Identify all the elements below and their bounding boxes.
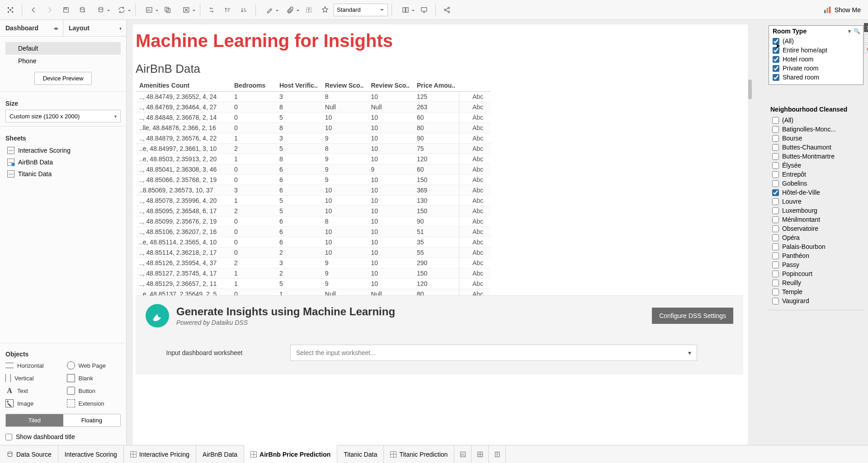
sort-desc-button[interactable] bbox=[236, 2, 252, 18]
table-row[interactable]: .., 48.84769, 2.36464, 4, 2708NullNull26… bbox=[136, 102, 491, 112]
data-dropdown[interactable] bbox=[91, 2, 111, 18]
save-button[interactable] bbox=[58, 2, 74, 18]
configure-dss-button[interactable]: Configure DSS Settings bbox=[652, 308, 733, 324]
neigh-option[interactable]: Louvre bbox=[772, 197, 860, 206]
obj-blank[interactable]: Blank bbox=[67, 374, 121, 382]
column-header[interactable]: Bedrooms bbox=[231, 80, 276, 92]
neigh-option[interactable]: Opéra bbox=[772, 233, 860, 242]
neigh-option[interactable]: Observatoire bbox=[772, 224, 860, 233]
table-row[interactable]: .., 48.84848, 2.36678, 2, 1405101060Abc bbox=[136, 112, 491, 123]
neigh-option[interactable]: Ménilmontant bbox=[772, 215, 860, 224]
neigh-option[interactable]: Reuilly bbox=[772, 278, 860, 287]
neighbourhood-filter[interactable]: Neighbourhood Cleansed (All)Batignolles-… bbox=[769, 106, 863, 310]
sheet-tab[interactable]: Interactive Scoring bbox=[58, 445, 124, 463]
new-data-button[interactable] bbox=[75, 2, 90, 18]
table-row[interactable]: .., 48.85099, 2.35676, 2, 190681090Abc bbox=[136, 216, 491, 227]
room-type-filter[interactable]: ✕ ▾📌 Room Type▾🔍 (All)Entire home/aptHot… bbox=[769, 25, 863, 85]
neigh-option[interactable]: Buttes-Montmartre bbox=[772, 152, 860, 161]
search-icon[interactable]: 🔍 bbox=[854, 28, 860, 34]
table-scrollbar[interactable] bbox=[748, 80, 752, 323]
neigh-option[interactable]: Popincourt bbox=[772, 269, 860, 278]
table-row[interactable]: .., 48.85129, 2.36657, 2, 1115910120Abc bbox=[136, 279, 491, 289]
column-header[interactable]: Amenities Count bbox=[136, 80, 231, 92]
forward-button[interactable] bbox=[42, 2, 57, 18]
room-option[interactable]: (All) bbox=[773, 37, 859, 46]
table-row[interactable]: .., 48.85114, 2.36218, 2, 1702101055Abc bbox=[136, 248, 491, 258]
table-row[interactable]: .., 48.85095, 2.36548, 6, 17251010150Abc bbox=[136, 206, 491, 216]
attach-dropdown[interactable] bbox=[280, 2, 300, 18]
sheet-titanic-data[interactable]: Titanic Data bbox=[5, 168, 121, 180]
show-me-button[interactable]: Show Me bbox=[819, 6, 865, 14]
obj-vertical[interactable]: Vertical bbox=[5, 374, 60, 382]
duplicate-sheet-button[interactable] bbox=[160, 2, 175, 18]
column-header[interactable]: Price Amou.. bbox=[413, 80, 459, 92]
table-row[interactable]: .., 48.84749, 2.36552, 4, 2413810125Abc bbox=[136, 92, 491, 102]
show-title-checkbox[interactable]: Show dashboard title bbox=[5, 431, 121, 442]
device-default[interactable]: Default bbox=[5, 42, 121, 55]
presentation-button[interactable] bbox=[416, 2, 432, 18]
filter-icon[interactable]: ▾ bbox=[848, 28, 851, 34]
room-option[interactable]: Shared room bbox=[773, 73, 859, 82]
share-button[interactable] bbox=[439, 2, 455, 18]
tiled-button[interactable]: Tiled bbox=[6, 414, 63, 426]
sort-asc-button[interactable] bbox=[220, 2, 236, 18]
refresh-dropdown[interactable] bbox=[112, 2, 132, 18]
sheet-tab[interactable]: Titanic Data bbox=[337, 445, 384, 463]
table-row[interactable]: .., 48.85041, 2.36308, 3, 46069960Abc bbox=[136, 164, 491, 175]
neigh-option[interactable]: Buttes-Chaumont bbox=[772, 143, 860, 152]
pin-icon[interactable]: 📌 bbox=[864, 44, 868, 53]
data-source-tab[interactable]: Data Source bbox=[0, 445, 58, 463]
clear-sheet-button[interactable] bbox=[176, 2, 196, 18]
sheet-airbnb-data[interactable]: AirBnB Data bbox=[5, 156, 121, 168]
table-row[interactable]: ..lle, 48.84876, 2.366, 2, 1608101080Abc bbox=[136, 123, 491, 133]
cards-dropdown[interactable] bbox=[396, 2, 415, 18]
device-preview-button[interactable]: Device Preview bbox=[34, 72, 92, 85]
neigh-option[interactable]: Luxembourg bbox=[772, 206, 860, 215]
obj-button[interactable]: Button bbox=[67, 387, 121, 395]
neigh-option[interactable]: Panthéon bbox=[772, 251, 860, 260]
device-phone[interactable]: Phone bbox=[5, 55, 121, 67]
tab-layout[interactable]: Layout♦ bbox=[63, 20, 126, 36]
table-row[interactable]: .., 48.85106, 2.36207, 2, 1606101051Abc bbox=[136, 227, 491, 237]
sheet-tab[interactable]: AirBnb Price Prediction bbox=[244, 445, 337, 463]
neigh-option[interactable]: Hôtel-de-Ville bbox=[772, 188, 860, 197]
sheet-tab[interactable]: AirBnB Data bbox=[196, 445, 244, 463]
neigh-option[interactable]: Passy bbox=[772, 260, 860, 269]
room-option[interactable]: Entire home/apt bbox=[773, 46, 859, 55]
room-option[interactable]: Hotel room bbox=[773, 55, 859, 64]
data-table[interactable]: Amenities CountBedroomsHost Verific..Rev… bbox=[136, 80, 491, 320]
obj-horizontal[interactable]: Horizontal bbox=[5, 361, 60, 369]
new-worksheet-icon[interactable] bbox=[454, 445, 472, 463]
fit-select[interactable]: Standard bbox=[334, 4, 388, 16]
table-row[interactable]: .., 48.84879, 2.36576, 4, 221391090Abc bbox=[136, 133, 491, 144]
table-row[interactable]: ..8.85069, 2.36573, 10, 37361010369Abc bbox=[136, 185, 491, 196]
obj-extension[interactable]: Extension bbox=[67, 399, 121, 407]
obj-text[interactable]: AText bbox=[5, 387, 60, 395]
logo-icon[interactable] bbox=[3, 2, 18, 18]
size-select[interactable]: Custom size (1200 x 2000) bbox=[5, 110, 121, 122]
pin-button[interactable] bbox=[317, 2, 333, 18]
tab-dashboard[interactable]: Dashboard◂▸ bbox=[0, 20, 63, 36]
new-worksheet-button[interactable] bbox=[139, 2, 159, 18]
filter-dropdown-icon[interactable]: ▾ bbox=[864, 34, 868, 43]
text-button[interactable] bbox=[301, 2, 316, 18]
new-story-icon[interactable] bbox=[489, 445, 506, 463]
neigh-option[interactable]: Bourse bbox=[772, 134, 860, 143]
neigh-option[interactable]: Entrepôt bbox=[772, 170, 860, 179]
neigh-option[interactable]: Vaugirard bbox=[772, 296, 860, 305]
table-row[interactable]: .., 48.85078, 2.35996, 4, 20151010130Abc bbox=[136, 196, 491, 206]
column-header[interactable]: Review Sco.. bbox=[367, 80, 413, 92]
neigh-option[interactable]: Temple bbox=[772, 287, 860, 296]
column-header[interactable]: Host Verific.. bbox=[276, 80, 321, 92]
table-row[interactable]: .., 48.85126, 2.35954, 4, 3723910290Abc bbox=[136, 258, 491, 268]
sheet-interactive-scoring[interactable]: Interactive Scoring bbox=[5, 145, 121, 156]
neigh-option[interactable]: Batignolles-Monc... bbox=[772, 125, 860, 134]
swap-button[interactable] bbox=[204, 2, 219, 18]
highlight-dropdown[interactable] bbox=[259, 2, 279, 18]
neigh-option[interactable]: Élysée bbox=[772, 161, 860, 170]
sheet-tab[interactable]: Interactive Pricing bbox=[124, 445, 196, 463]
back-button[interactable] bbox=[26, 2, 41, 18]
floating-button[interactable]: Floating bbox=[63, 414, 121, 426]
layout-toggle[interactable]: Tiled Floating bbox=[5, 414, 121, 427]
close-icon[interactable]: ✕ bbox=[864, 23, 868, 32]
